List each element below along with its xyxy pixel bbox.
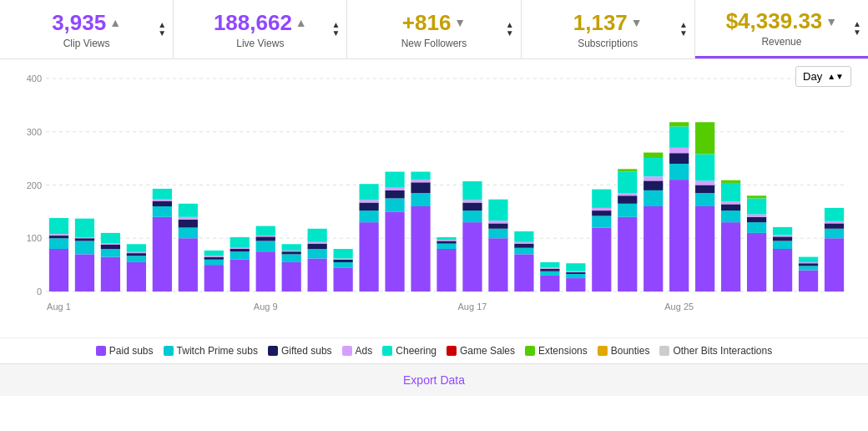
legend-label-paid-subs: Paid subs	[109, 345, 154, 357]
trend-icon-subscriptions: ▼	[631, 16, 643, 29]
legend-color-extensions	[525, 346, 535, 356]
legend-label-other-bits: Other Bits Interactions	[673, 345, 772, 357]
day-label: Day	[803, 70, 822, 83]
header-value-new-followers: +816▼	[402, 10, 466, 36]
header-item-subscriptions: 1,137▼Subscriptions▲▼	[522, 0, 695, 58]
legend-item-extensions: Extensions	[525, 345, 588, 357]
sort-arrows-live-views[interactable]: ▲▼	[332, 21, 341, 38]
legend-color-game-sales	[447, 346, 457, 356]
legend-color-ads	[342, 346, 352, 356]
chart-wrapper	[13, 70, 855, 317]
sort-arrows-new-followers[interactable]: ▲▼	[506, 21, 514, 38]
legend-item-game-sales: Game Sales	[447, 345, 515, 357]
legend-label-extensions: Extensions	[538, 345, 588, 357]
legend-item-cheering: Cheering	[382, 345, 437, 357]
legend-color-other-bits	[659, 346, 669, 356]
footer: Export Data	[0, 363, 868, 396]
header-label-clip-views: Clip Views	[63, 38, 110, 49]
legend-label-gifted-subs: Gifted subs	[281, 345, 332, 357]
legend-item-bounties: Bounties	[598, 345, 650, 357]
trend-icon-live-views: ▲	[295, 16, 307, 29]
legend-label-bounties: Bounties	[611, 345, 650, 357]
legend-item-twitch-prime-subs: Twitch Prime subs	[164, 345, 258, 357]
header-value-live-views: 188,662▲	[214, 10, 307, 36]
sort-arrows-clip-views[interactable]: ▲▼	[158, 21, 166, 38]
sort-arrows-revenue[interactable]: ▲▼	[853, 20, 861, 37]
header-item-live-views: 188,662▲Live Views▲▼	[174, 0, 347, 58]
chart-section: Day ▲▼	[0, 59, 868, 333]
legend-item-paid-subs: Paid subs	[96, 345, 154, 357]
legend-color-twitch-prime-subs	[164, 346, 174, 356]
legend-label-ads: Ads	[356, 345, 373, 357]
header: 3,935▲Clip Views▲▼188,662▲Live Views▲▼+8…	[0, 0, 868, 59]
legend-color-gifted-subs	[268, 346, 278, 356]
legend-color-cheering	[382, 346, 392, 356]
header-item-clip-views: 3,935▲Clip Views▲▼	[0, 0, 174, 58]
header-label-subscriptions: Subscriptions	[578, 38, 638, 49]
legend-label-game-sales: Game Sales	[460, 345, 515, 357]
legend-label-cheering: Cheering	[396, 345, 437, 357]
legend-color-bounties	[598, 346, 608, 356]
day-selector[interactable]: Day ▲▼	[795, 66, 851, 87]
header-label-new-followers: New Followers	[401, 38, 467, 49]
trend-icon-revenue: ▼	[825, 15, 837, 28]
trend-icon-new-followers: ▼	[454, 16, 466, 29]
legend-item-gifted-subs: Gifted subs	[268, 345, 332, 357]
legend-item-other-bits: Other Bits Interactions	[659, 345, 772, 357]
header-label-revenue: Revenue	[761, 36, 801, 48]
header-label-live-views: Live Views	[236, 38, 284, 49]
legend-color-paid-subs	[96, 346, 106, 356]
sort-arrows-subscriptions[interactable]: ▲▼	[679, 21, 688, 38]
header-item-revenue: $4,339.33▼Revenue▲▼	[695, 0, 868, 58]
legend-label-twitch-prime-subs: Twitch Prime subs	[177, 345, 258, 357]
legend-item-ads: Ads	[342, 345, 373, 357]
header-item-new-followers: +816▼New Followers▲▼	[347, 0, 521, 58]
header-value-subscriptions: 1,137▼	[573, 10, 643, 36]
legend: Paid subsTwitch Prime subsGifted subsAds…	[0, 337, 868, 363]
export-data-link[interactable]: Export Data	[403, 373, 465, 387]
day-arrows-icon: ▲▼	[827, 73, 844, 81]
trend-icon-clip-views: ▲	[109, 16, 121, 29]
header-value-revenue: $4,339.33▼	[726, 8, 838, 34]
header-value-clip-views: 3,935▲	[52, 10, 121, 36]
x-axis-labels	[44, 317, 855, 333]
